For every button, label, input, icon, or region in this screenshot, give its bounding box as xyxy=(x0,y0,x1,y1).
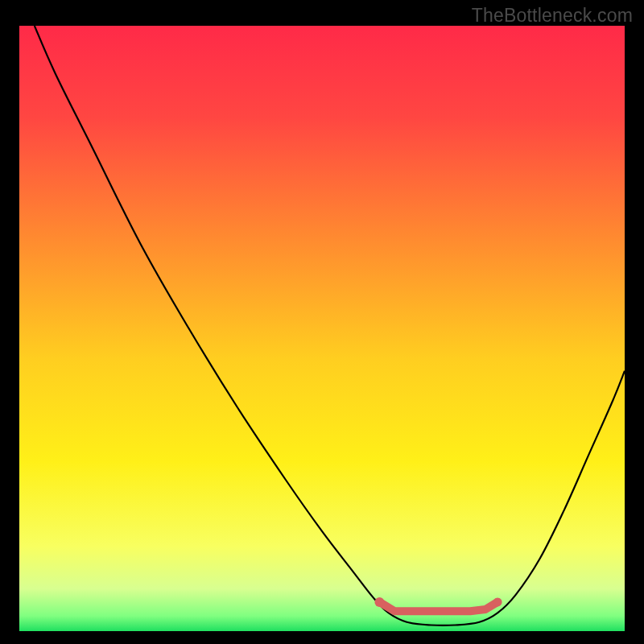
watermark-text: TheBottleneck.com xyxy=(472,5,633,27)
optimal-range-endpoint-left xyxy=(374,597,384,607)
optimal-range-endpoint-right xyxy=(493,597,502,606)
gradient-background xyxy=(19,26,625,631)
bottleneck-chart xyxy=(19,26,625,631)
